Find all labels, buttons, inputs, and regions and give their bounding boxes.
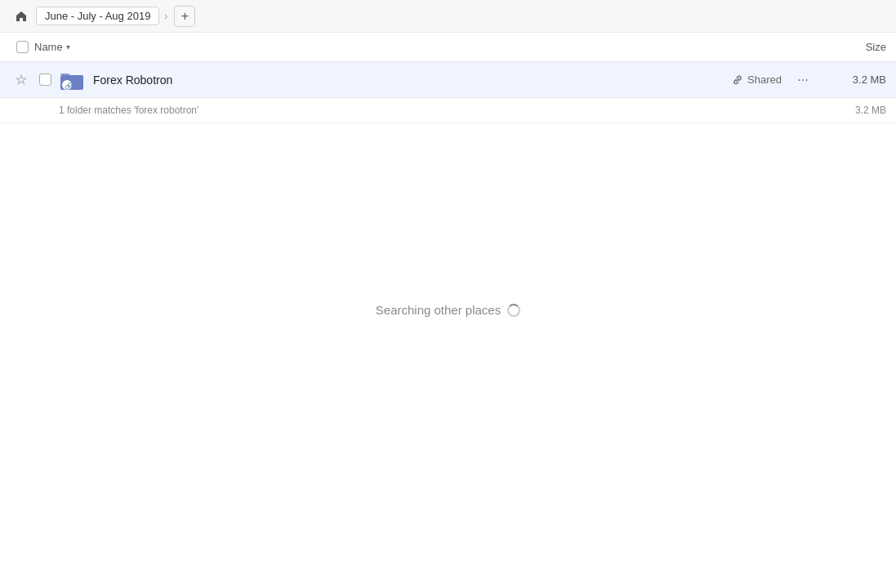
add-tab-label: + [181,9,189,24]
file-name: Forex Robotron [93,74,732,87]
star-icon [16,74,27,86]
match-info-text: 1 folder matches 'forex robotron' [59,105,821,116]
loading-spinner [507,304,520,317]
home-button[interactable] [10,5,33,28]
breadcrumb-item[interactable]: June - July - Aug 2019 [36,7,159,25]
select-all-checkbox[interactable] [16,41,29,53]
shared-badge: Shared [732,74,782,86]
shared-label: Shared [747,74,782,86]
svg-text:🔗: 🔗 [65,81,73,89]
file-size: 3.2 MB [821,74,886,86]
name-column-header[interactable]: Name ▾ [34,41,821,53]
row-checkbox-col [33,74,57,86]
file-row[interactable]: 🔗 Forex Robotron Shared ··· 3.2 MB [0,62,896,98]
name-sort-icon: ▾ [66,42,70,51]
home-icon [15,10,28,23]
select-all-checkbox-col [10,41,34,53]
size-column-label: Size [866,41,886,53]
folder-icon: 🔗 [59,67,85,93]
breadcrumb-label: June - July - Aug 2019 [45,10,150,22]
link-icon [732,74,743,86]
row-checkbox[interactable] [39,74,51,86]
star-button[interactable] [10,74,33,86]
folder-icon-container: 🔗 [57,65,87,95]
breadcrumb-arrow: › [164,11,167,22]
searching-label: Searching other places [376,303,501,317]
size-column-header: Size [821,41,886,53]
match-info-row: 1 folder matches 'forex robotron' 3.2 MB [0,98,896,123]
more-options-button[interactable]: ··· [791,69,814,91]
searching-area: Searching other places [0,303,896,317]
add-tab-button[interactable]: + [174,6,195,27]
name-column-label: Name [34,41,63,53]
more-dots-icon: ··· [797,73,808,87]
top-bar: June - July - Aug 2019 › + [0,0,896,33]
column-headers: Name ▾ Size [0,33,896,62]
match-info-size: 3.2 MB [821,105,886,116]
